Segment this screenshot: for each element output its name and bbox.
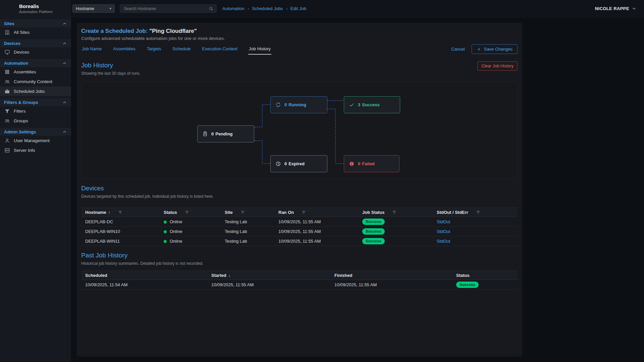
app-root: Borealis Automation Platform Sites All S… [0,0,644,362]
sidebar-item-devices[interactable]: Devices [0,47,71,57]
brand-text: Borealis Automation Platform [19,4,53,14]
page-title-prefix: Create a Scheduled Job: [81,28,148,34]
sidebar-nav: Sites All Sites Devices Devices Automati… [0,19,71,155]
breadcrumb-automation[interactable]: Automation [222,6,245,11]
cell-site: Testing Lab [221,236,274,246]
tab-job-history[interactable]: Job History [248,44,271,55]
search-icon[interactable] [209,6,213,11]
col-header-site[interactable]: Site [221,208,274,217]
sidebar-section-automation[interactable]: Automation [0,59,71,67]
page-title: Create a Scheduled Job: "Ping Cloudflare… [81,27,518,35]
cell-hostname: DEEPLAB-WIN10 [81,227,160,236]
running-text: Running [288,102,306,107]
hostname-select[interactable]: Hostname ▾ [72,4,115,13]
flow-node-success[interactable]: 3Success [344,96,400,113]
user-menu[interactable]: NICOLE RAPPE [595,6,637,11]
filter-list-icon[interactable] [392,210,397,215]
sidebar-item-scheduled-jobs[interactable]: Scheduled Jobs [0,86,71,96]
status-badge: Success [456,282,479,288]
sidebar-section-admin-settings[interactable]: Admin Settings [0,128,71,136]
col-header-stdout[interactable]: StdOut / StdErr [433,208,518,217]
breadcrumb-edit-job[interactable]: Edit Job [290,6,306,11]
filter-list-icon[interactable] [184,210,190,215]
cancel-button[interactable]: Cancel [451,47,465,52]
plus-icon [477,47,481,52]
col-header-status[interactable]: Status [160,208,221,217]
devices-header-text: Devices Devices targeted by this schedul… [81,184,214,199]
job-history-header-row: Job History Showing the last 30 days of … [81,61,518,76]
status-badge: Success [362,238,385,244]
col-header-job-status[interactable]: Job Status [358,208,433,217]
job-history-header-text: Job History Showing the last 30 days of … [81,61,141,76]
tab-schedule[interactable]: Schedule [172,44,191,55]
table-row: DEEPLAB-WIN11 Online Testing Lab 10/09/2… [81,236,518,246]
checkmark-icon [349,102,355,108]
sort-asc-icon: ↑ [108,210,111,215]
search-input[interactable] [123,6,209,11]
tab-targets[interactable]: Targets [146,44,162,55]
filter-list-icon[interactable] [301,210,306,215]
chevron-up-icon [62,100,67,105]
brand[interactable]: Borealis Automation Platform [0,0,71,17]
col-header-scheduled[interactable]: Scheduled [81,271,207,280]
item-label: Devices [14,50,29,55]
filter-list-icon[interactable] [240,210,245,215]
sidebar-item-community-content[interactable]: Community Content [0,77,71,86]
filter-list-icon[interactable] [118,210,123,215]
sidebar-section-devices[interactable]: Devices [0,39,71,47]
item-label: Scheduled Jobs [14,89,45,94]
col-header-started[interactable]: Started↓ [207,271,330,280]
breadcrumb-separator: › [286,6,287,11]
stdout-link[interactable]: StdOut [437,229,450,234]
save-changes-label: Save Changes [484,47,513,52]
clear-job-history-button[interactable]: Clear Job History [477,61,518,71]
col-label: Finished [334,273,352,278]
user-icon [4,138,10,143]
item-label: Assemblies [14,69,36,74]
sidebar-item-assemblies[interactable]: Assemblies [0,67,71,77]
flow-node-expired-label: 0Expired [284,161,305,166]
save-changes-button[interactable]: Save Changes [472,44,518,54]
sidebar-section-filters-groups[interactable]: Filters & Groups [0,98,71,106]
online-dot [164,240,167,243]
section-label: Admin Settings [4,129,36,134]
flow-node-pending-label: 0Pending [211,131,233,136]
cell-finished: 10/09/2025, 11:55 AM [330,280,452,290]
caret-down-icon: ▾ [109,6,111,11]
col-label: Scheduled [85,273,107,278]
flow-node-running[interactable]: 0Running [270,96,327,113]
tab-job-name[interactable]: Job Name [81,44,102,55]
item-label: All Sites [14,30,30,35]
past-history-header-text: Past Job History Historical job history … [81,251,203,266]
cell-scheduled: 10/09/2025, 11:54 AM [81,280,207,290]
flow-node-expired[interactable]: 0Expired [270,155,327,172]
table-row: 10/09/2025, 11:54 AM 10/09/2025, 11:55 A… [81,280,518,290]
sidebar-item-user-management[interactable]: User Management [0,136,71,145]
tab-assemblies[interactable]: Assemblies [112,44,136,55]
col-header-status[interactable]: Status [452,271,518,280]
col-header-ran-on[interactable]: Ran On [274,208,358,217]
sidebar-item-filters[interactable]: Filters [0,106,71,116]
sidebar-item-groups[interactable]: Groups [0,116,71,126]
stdout-link[interactable]: StdOut [437,219,450,224]
devices-subheading: Devices targeted by this scheduled job. … [81,194,214,199]
col-label: Started [211,273,226,278]
tab-execution-context[interactable]: Execution Context [202,44,238,55]
flow-node-failed[interactable]: 0Failed [344,155,399,172]
main-content: Create a Scheduled Job: "Ping Cloudflare… [71,17,644,362]
stdout-link[interactable]: StdOut [437,239,450,244]
breadcrumb-scheduled-jobs[interactable]: Scheduled Jobs [252,6,283,11]
success-text: Success [362,102,380,107]
sidebar-section-sites[interactable]: Sites [0,19,71,27]
past-history-table: Scheduled Started↓ Finished Status 10/09… [81,270,518,290]
col-header-hostname[interactable]: Hostname↑ [81,208,160,217]
cell-started: 10/09/2025, 11:55 AM [207,280,330,290]
sidebar-item-server-info[interactable]: Server Info [0,145,71,155]
sidebar-item-all-sites[interactable]: All Sites [0,27,71,37]
filter-list-icon[interactable] [476,210,481,215]
people-icon [4,79,10,84]
flow-node-pending[interactable]: 0Pending [197,125,254,142]
search-box [120,4,217,13]
col-header-finished[interactable]: Finished [330,271,452,280]
cell-hostname: DEEPLAB-WIN11 [81,236,160,246]
